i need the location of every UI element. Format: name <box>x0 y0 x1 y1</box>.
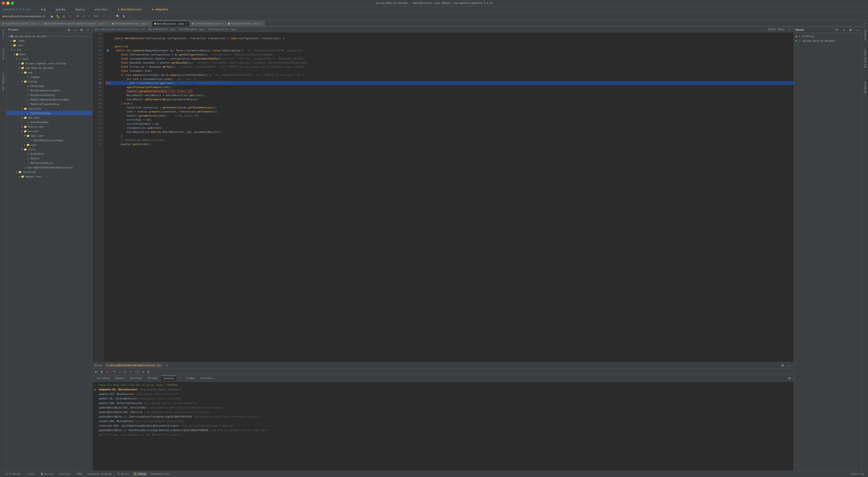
tree-item-impl-user[interactable]: ▼ 📁 impl.user <box>6 134 92 138</box>
debug-button[interactable]: 🐛 <box>56 14 60 19</box>
debug-frame-7[interactable]: invoke:204, MethodProxy (org.springframe… <box>93 419 793 423</box>
tree-item-datascopeinterceptor[interactable]: ▶ C DataScopeInterceptor <box>6 88 92 93</box>
maven-minimize[interactable]: — <box>855 27 860 32</box>
bottom-dependencies[interactable]: Dependencies <box>149 472 171 476</box>
debug-tab-frames[interactable]: Frames <box>184 376 197 381</box>
bottom-sequence[interactable]: Sequence Diagram <box>86 472 114 476</box>
tree-item-userphonedao[interactable]: ▶ I UserPhoneDao <box>6 120 92 125</box>
pull-requests-icon[interactable]: Pull Requests <box>0 71 6 92</box>
tree-item-java[interactable]: ▼ ☕ java <box>6 57 92 61</box>
tree-item-reflectionutils[interactable]: ▶ C ReflectionUtils <box>6 161 92 165</box>
maven-profiles[interactable]: ▶ ◈ Profiles <box>794 34 862 38</box>
debug-frame-8[interactable]: intercept:684, CglibAopProxy$DynamicAdvi… <box>93 423 793 428</box>
debug-frame-2[interactable]: update:76, CachingExecutor (org.apache.i… <box>93 396 793 401</box>
menu-item-apache[interactable]: apache <box>54 7 67 11</box>
debug-minimize-btn[interactable]: — <box>787 363 792 368</box>
tree-item-resources[interactable]: ▶ 📁 resources <box>6 170 92 174</box>
bottom-profiler[interactable]: Profiler <box>57 472 72 476</box>
debug-thread-line[interactable]: ✓ "http-nio-8502-exec-1"@7,544 in group … <box>93 383 793 387</box>
debug-filter-btn[interactable]: ⊟ <box>787 376 792 381</box>
sidebar-close[interactable]: × <box>85 27 90 32</box>
debug-step-over[interactable]: ↷ <box>112 369 117 374</box>
tree-item-mvn[interactable]: ▶ 📁 .mvn <box>6 43 92 47</box>
maven-refresh[interactable]: ⟳ <box>835 27 839 32</box>
menu-item-ibatis[interactable]: ibatis <box>74 7 86 11</box>
bookmarks-icon[interactable]: Bookmarks <box>862 79 868 95</box>
tree-item-root[interactable]: ▼ spring-data-en-decoder ~/git/spring-da… <box>6 34 92 38</box>
tree-item-main[interactable]: ▼ 📁 main <box>6 52 92 57</box>
debug-run-to-cursor[interactable]: →| <box>133 369 138 374</box>
debug-resume-btn[interactable]: ▶ <box>94 369 99 374</box>
git-push-button[interactable]: ↑ <box>87 14 92 19</box>
debug-stop-btn[interactable]: ■ <box>105 369 110 374</box>
tab-scopeinterceptor[interactable]: ScopeInterceptor.java × <box>0 21 42 27</box>
tree-item-user[interactable]: ▶ 📁 user <box>6 142 92 147</box>
debug-tab-variables[interactable]: Variables <box>94 376 112 381</box>
maven-settings[interactable]: ⚙ <box>848 27 853 32</box>
tree-item-osutil[interactable]: ▶ C OsUtil <box>6 156 92 161</box>
tree-item-com-data[interactable]: ▼ 📁 com.data.en.decoder <box>6 66 92 70</box>
tree-item-orderutil[interactable]: ▶ C OrderUtil <box>6 151 92 156</box>
debug-step-out[interactable]: ↑ <box>128 369 133 374</box>
minimize-button[interactable] <box>6 2 9 5</box>
maven-spring-data[interactable]: ▶ ◎ spring-data-en-decoder <box>794 38 862 43</box>
debug-trace[interactable]: ⊡ <box>146 369 151 374</box>
debug-force-step-into[interactable]: ⇓ <box>123 369 127 374</box>
debug-evaluate[interactable]: ≡ <box>141 369 146 374</box>
bottom-git[interactable]: ⎇ Git <box>25 472 37 476</box>
debug-frame-9[interactable]: updateBatchById:-1, UserPhoneServiceImpl… <box>93 428 793 433</box>
debug-tab-overhead[interactable]: Overhead <box>127 376 144 381</box>
debug-frame-6[interactable]: updateBatchById:-1, IService$$FastClassB… <box>93 414 793 419</box>
debug-session-name[interactable]: ⚙ SpringDataEnDecoderApplication (1) <box>105 364 163 367</box>
code-editor[interactable]: 49 50 51 54 55 56 57 58 59 60 61 62 63 6… <box>92 32 794 362</box>
tab-batchexecutor[interactable]: BatchExecutor.java × <box>152 21 190 27</box>
maximize-button[interactable] <box>11 2 14 5</box>
tree-item-datasourceconfig[interactable]: ▶ C DataSourceConfig <box>6 93 92 97</box>
menu-item-doupdate[interactable]: m doUpdate <box>151 7 170 11</box>
tree-item-mybatisplugin[interactable]: ▶ C MybatisPluginConfig <box>6 102 92 106</box>
debug-settings-btn[interactable]: ⚙ <box>780 363 785 368</box>
code-content[interactable]: public BatchExecutor(Configuration confi… <box>104 32 794 362</box>
tab-dataupdateencrypt[interactable]: DataUpdateEncryptScopeInterceptor.java × <box>42 21 110 27</box>
tree-item-idea[interactable]: ▶ 📁 .idea <box>6 38 92 43</box>
tree-item-dao-user[interactable]: ▼ 📁 dao.user <box>6 115 92 120</box>
breadcrumb-item-1[interactable]: SpringDataEnDecoderApplication (1) <box>94 28 145 31</box>
tab-statementhandler[interactable]: StatementHandler.java × <box>110 21 152 27</box>
debug-tab-actuator[interactable]: Actuator <box>198 376 215 381</box>
tree-item-aop[interactable]: ▼ 📁 aop <box>6 70 92 75</box>
tree-item-springapp[interactable]: ▶ ◎ SpringDataEnDecoderApplication <box>6 165 92 170</box>
maven-add[interactable]: + <box>841 27 846 32</box>
bottom-todo[interactable]: TODO <box>74 472 84 476</box>
stop-button[interactable]: ■ <box>67 14 72 19</box>
menu-item-batchexecutor[interactable]: ⚙ BatchExecutor <box>116 7 144 11</box>
big-data-tools-icon[interactable]: Big Data Tools <box>862 47 868 70</box>
reader-mode-button[interactable]: ✓ <box>787 27 792 32</box>
tree-item-utils[interactable]: ▼ 📁 utils <box>6 147 92 151</box>
breadcrumb-item-2[interactable]: BatchExecutor.java <box>149 28 176 31</box>
debug-close-session[interactable]: × <box>164 363 169 368</box>
debug-frame-current[interactable]: ⚙ doUpdate:63, BatchExecutor (org.apache… <box>93 387 793 392</box>
git-update-button[interactable]: ⟳ <box>75 14 80 19</box>
window-controls[interactable] <box>2 2 14 5</box>
tab-testcontroller[interactable]: TestController.java × <box>226 21 265 27</box>
tab-userphonedao[interactable]: UserPhoneDao.java × <box>190 21 226 27</box>
tree-item-entity-user[interactable]: ▶ 📁 entity.user <box>6 125 92 129</box>
debug-pause-btn[interactable]: ⏸ <box>99 369 104 374</box>
bottom-spring[interactable]: 🍃 Spring <box>38 472 55 476</box>
sidebar-settings[interactable]: ⚙ <box>66 27 71 32</box>
sidebar-expand[interactable]: ⊞ <box>79 27 84 32</box>
tree-item-service[interactable]: ▶ 📁 service <box>6 129 92 134</box>
debug-tab-memory[interactable]: Memory <box>113 376 127 381</box>
toolbar-search-everywhere[interactable]: 🔍 <box>116 14 121 19</box>
bottom-build[interactable]: 🔨 Build <box>115 472 130 476</box>
tree-item-logback[interactable]: ▶ 📁 ch.qos.logback.core.rolling <box>6 61 92 66</box>
tree-item-src[interactable]: ▼ ◫ src <box>6 47 92 52</box>
git-commit-button[interactable]: ✓ <box>81 14 86 19</box>
debug-frame-5[interactable]: updateBatchById:148, IService (com.baomi… <box>93 410 793 414</box>
bottom-event-log[interactable]: Event Log <box>849 472 866 476</box>
tree-item-mapper-user[interactable]: ▶ 📁 mapper.user <box>6 174 92 179</box>
project-icon[interactable]: Project <box>0 28 6 41</box>
database-icon[interactable]: Database <box>862 28 868 42</box>
tree-item-config[interactable]: ▼ 📁 config <box>6 79 92 84</box>
debug-tab-threads[interactable]: Threads <box>145 376 160 381</box>
